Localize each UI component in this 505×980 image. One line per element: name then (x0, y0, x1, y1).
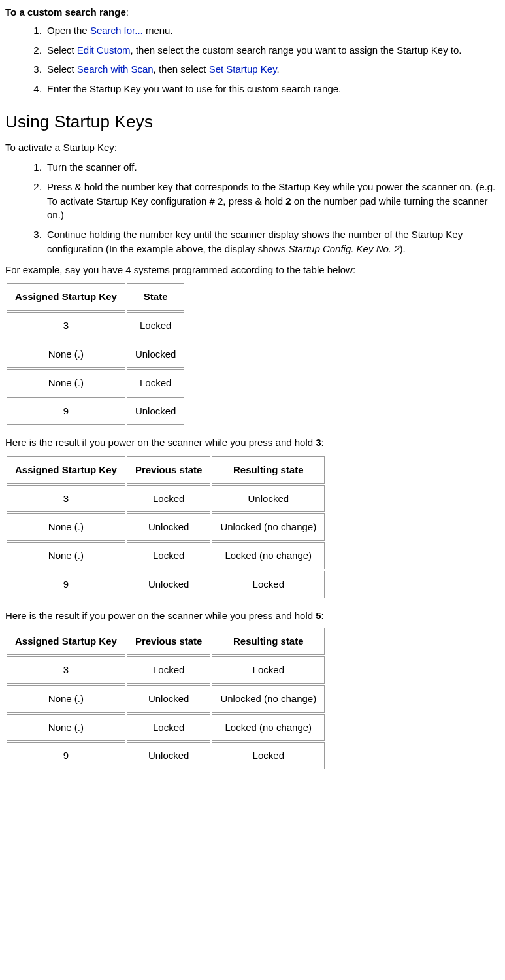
table-row: None (.)Unlocked (7, 341, 184, 368)
column-header: Resulting state (212, 628, 325, 655)
table-cell: Locked (127, 485, 211, 513)
section-lead: To activate a Startup Key: (5, 141, 500, 155)
table-cell: 9 (7, 571, 125, 598)
table-cell: 3 (7, 485, 125, 513)
list-item: Continue holding the number key until th… (44, 228, 500, 256)
list-item: Select Search with Scan, then select Set… (44, 62, 500, 76)
doc-link[interactable]: Search with Scan (77, 63, 154, 75)
table-cell: None (.) (7, 513, 125, 541)
table-cell: None (.) (7, 369, 125, 397)
table-cell: Unlocked (no change) (212, 513, 325, 541)
text-run: menu. (143, 25, 173, 36)
result5-key: 5 (316, 610, 321, 621)
table-cell: None (.) (7, 685, 125, 713)
table-row: 9UnlockedLocked (7, 571, 325, 598)
column-header: Assigned Startup Key (7, 283, 125, 311)
table-cell: Locked (212, 742, 325, 769)
table-cell: Locked (212, 656, 325, 684)
table-cell: 3 (7, 312, 125, 339)
result5-prefix: Here is the result if you power on the s… (5, 610, 316, 621)
table-cell: Locked (127, 656, 211, 684)
column-header: Previous state (127, 628, 211, 655)
table-cell: Unlocked (127, 513, 211, 541)
table-row: None (.)UnlockedUnlocked (no change) (7, 513, 325, 541)
table-row: 3Locked (7, 312, 184, 339)
table-row: 3LockedLocked (7, 656, 325, 684)
table-cell: Unlocked (127, 742, 211, 769)
list-item: Enter the Startup Key you want to use fo… (44, 82, 500, 96)
doc-link[interactable]: Search for... (90, 25, 143, 36)
section-divider (5, 103, 500, 103)
table-row: 9Unlocked (7, 397, 184, 425)
table-row: None (.)LockedLocked (no change) (7, 542, 325, 569)
table-cell: Locked (no change) (212, 714, 325, 741)
result3-intro: Here is the result if you power on the s… (5, 435, 500, 450)
table-row: None (.)UnlockedUnlocked (no change) (7, 685, 325, 713)
table-cell: 3 (7, 656, 125, 684)
table-cell: Unlocked (127, 685, 211, 713)
text-run: , then select (154, 63, 209, 75)
column-header: Previous state (127, 456, 211, 484)
table-cell: Unlocked (no change) (212, 685, 325, 713)
list-item: Press & hold the number key that corresp… (44, 180, 500, 222)
result3-suffix: : (321, 437, 324, 448)
result3-prefix: Here is the result if you power on the s… (5, 437, 316, 448)
table-cell: None (.) (7, 542, 125, 569)
table-cell: Locked (212, 571, 325, 598)
column-header: Assigned Startup Key (7, 628, 125, 655)
table-cell: None (.) (7, 714, 125, 741)
table-cell: 9 (7, 742, 125, 769)
text-run: Select (47, 63, 77, 75)
text-run: . (277, 63, 280, 75)
text-run: Startup Config. Key No. 2 (288, 243, 399, 254)
example-intro: For example, say you have 4 systems prog… (5, 263, 500, 277)
custom-range-heading: To a custom search range: (5, 5, 500, 20)
custom-range-steps: Open the Search for... menu.Select Edit … (5, 24, 500, 96)
text-run: Open the (47, 25, 90, 36)
column-header: Resulting state (212, 456, 325, 484)
result5-intro: Here is the result if you power on the s… (5, 609, 500, 623)
result5-suffix: : (321, 610, 324, 621)
section-title: Using Startup Keys (5, 110, 500, 135)
list-item: Turn the scanner off. (44, 160, 500, 175)
table-initial: Assigned Startup KeyState3LockedNone (.)… (5, 282, 500, 426)
text-run: 2 (285, 195, 291, 207)
table-row: None (.)Locked (7, 369, 184, 397)
text-run: Select (47, 44, 77, 56)
list-item: Select Edit Custom, then select the cust… (44, 43, 500, 58)
table-cell: Unlocked (127, 571, 211, 598)
table-result5: Assigned Startup KeyPrevious stateResult… (5, 626, 500, 771)
table-cell: None (.) (7, 341, 125, 368)
heading-text: To a custom search range (5, 7, 126, 18)
table-cell: Unlocked (127, 341, 185, 368)
column-header: Assigned Startup Key (7, 456, 125, 484)
table-cell: Unlocked (127, 397, 185, 425)
table-row: None (.)LockedLocked (no change) (7, 714, 325, 741)
column-header: State (127, 283, 185, 311)
table-result3: Assigned Startup KeyPrevious stateResult… (5, 455, 500, 600)
text-run: ). (399, 243, 405, 254)
table-cell: Locked (127, 714, 211, 741)
table-cell: Locked (127, 369, 185, 397)
text-run: Enter the Startup Key you want to use fo… (47, 83, 341, 94)
result3-key: 3 (316, 437, 321, 448)
table-cell: Locked (no change) (212, 542, 325, 569)
text-run: Turn the scanner off. (47, 161, 137, 173)
table-cell: Locked (127, 312, 185, 339)
table-row: 3LockedUnlocked (7, 485, 325, 513)
doc-link[interactable]: Edit Custom (77, 44, 131, 56)
activate-steps: Turn the scanner off.Press & hold the nu… (5, 160, 500, 256)
table-cell: 9 (7, 397, 125, 425)
table-cell: Locked (127, 542, 211, 569)
doc-link[interactable]: Set Startup Key (209, 63, 277, 75)
list-item: Open the Search for... menu. (44, 24, 500, 38)
table-row: 9UnlockedLocked (7, 742, 325, 769)
heading-colon: : (126, 7, 129, 18)
table-cell: Unlocked (212, 485, 325, 513)
text-run: , then select the custom search range yo… (131, 44, 462, 56)
